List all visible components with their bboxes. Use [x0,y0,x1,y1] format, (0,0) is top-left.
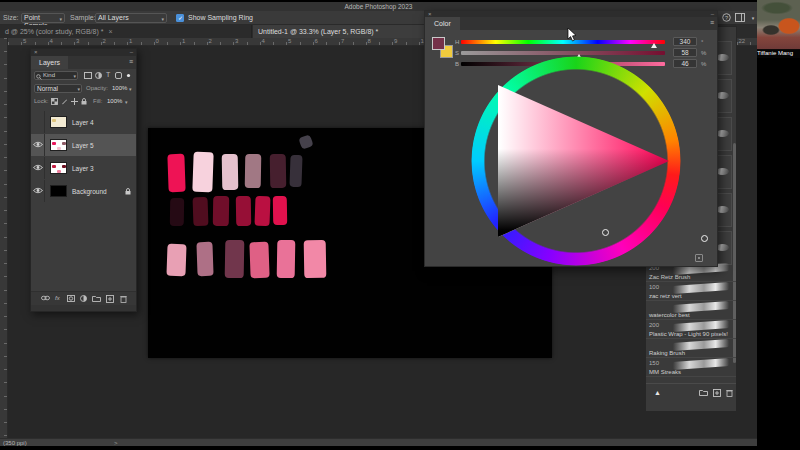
lock-transparent-icon[interactable] [51,98,58,105]
paint-swatch [213,196,230,226]
panel-menu-icon[interactable]: ≡ [710,19,714,26]
layer-row[interactable]: Background [31,180,136,202]
sample-dropdown[interactable]: All Layers ▾ [95,13,167,23]
color-wheel[interactable] [471,56,681,266]
layer-visibility-toggle[interactable] [31,157,45,179]
layer-thumbnail[interactable] [50,139,67,151]
close-icon[interactable]: × [108,28,112,35]
filter-shape-icon[interactable] [115,72,122,79]
brush-size: 100 [649,284,659,290]
layer-name: Layer 3 [72,165,94,172]
saturation-slider[interactable] [461,51,665,55]
ruler-number: 8 [368,38,371,44]
ring-picker-dot[interactable] [701,235,708,242]
layers-panel-titlebar: × – [31,49,136,56]
layer-thumbnail[interactable] [50,162,67,174]
layer-mask-icon[interactable] [67,295,75,303]
trash-icon[interactable] [120,295,127,304]
brush-item[interactable]: Raking Brush [646,339,736,358]
brush-item[interactable]: 200Plastic Wrap - Light 90 pixels! [646,320,736,339]
ruler-number: 7 [341,38,344,44]
layer-thumbnail[interactable] [50,185,67,197]
adjustment-layer-icon[interactable] [80,295,87,303]
foreground-color-swatch[interactable] [432,37,445,50]
letterbox-bottom [0,446,800,450]
layer-row[interactable]: Layer 3 [31,157,136,179]
brush-item[interactable]: 150MM Streaks [646,358,736,377]
paint-swatch [170,198,184,226]
filter-type-icon[interactable]: T [106,71,110,78]
opacity-value[interactable]: 100% [112,85,127,91]
svg-text:?: ? [724,15,727,21]
hue-slider-thumb[interactable] [651,43,657,48]
brush-preview-icon[interactable]: ▲ [654,389,661,396]
layer-name: Layer 4 [72,119,94,126]
ruler-number: 2 [209,38,212,44]
new-group-icon[interactable] [92,295,101,303]
triangle-picker-dot[interactable] [602,229,609,236]
brush-name: zac retz vert [649,293,682,299]
link-layers-icon[interactable] [41,295,50,302]
fill-value[interactable]: 100% [107,98,122,104]
paint-swatch [192,152,213,193]
layer-row[interactable]: Layer 4 [31,111,136,133]
color-panel: × – Color ≡ H 340 ° S 58 [424,10,718,267]
paint-swatch [289,155,302,187]
brush-size: 150 [649,360,659,366]
filter-smart-icon[interactable] [125,72,132,79]
paint-swatch [196,242,213,277]
show-sampling-ring-checkbox[interactable] [176,14,184,22]
layer-visibility-toggle[interactable] [31,180,45,202]
new-brush-icon[interactable] [713,389,721,399]
chevron-down-icon: ▾ [59,15,62,23]
help-icon[interactable]: ? [721,13,731,23]
hue-slider[interactable] [461,40,665,44]
layer-name: Layer 5 [72,142,94,149]
filter-pixel-icon[interactable] [84,72,92,79]
blend-mode-dropdown[interactable]: Normal ▾ [34,84,82,93]
trash-icon[interactable] [726,389,733,399]
brush-name: watercolor best [649,312,690,318]
webcam-caption: Tiffanie Mang [757,49,800,58]
lock-position-icon[interactable] [71,98,78,105]
brush-footer: ▲ [646,383,736,403]
workspace-icon[interactable] [735,13,745,23]
size-label: Size: [3,14,19,21]
lock-all-icon[interactable] [81,98,87,105]
collapse-icon[interactable]: – [130,49,133,56]
layer-thumbnail[interactable] [50,116,67,128]
photoshop-window: Adobe Photoshop 2023 Size: Point Sample … [0,2,757,446]
panel-resize-strip[interactable] [31,305,136,311]
tab-color[interactable]: Color [425,17,460,30]
paint-swatch [222,154,239,190]
layer-filter-dropdown[interactable]: Kind ▾ [34,71,78,80]
layer-row[interactable]: Layer 5 [31,134,136,156]
layers-tabstrip: Layers ≡ [31,56,136,69]
lock-label: Lock: [34,98,48,104]
lock-pixels-icon[interactable] [61,98,68,105]
layer-visibility-toggle[interactable] [31,111,45,133]
brush-item[interactable]: 100zac retz vert [646,282,736,301]
fill-label: Fill: [93,98,102,104]
ruler-number: 2 [103,38,106,44]
tab-layers[interactable]: Layers [31,56,68,69]
hue-value[interactable]: 340 [673,37,697,46]
slider-options-icon[interactable] [695,254,703,262]
chevron-down-icon: ▾ [161,15,164,23]
new-layer-icon[interactable] [106,295,114,304]
close-icon[interactable]: × [34,49,38,56]
brush-name: MM Streaks [649,369,681,375]
size-dropdown[interactable]: Point Sample ▾ [21,13,65,23]
ruler-number: 5 [23,38,26,44]
opacity-label: Opacity: [86,85,108,91]
folder-icon[interactable] [699,389,708,398]
layers-lock-row: Lock: Fill: 100% ▾ [31,95,136,108]
layer-visibility-toggle[interactable] [31,134,45,156]
hue-slider-row: H 340 ° [461,38,709,48]
document-tab-inactive[interactable]: d @ 25% (color study, RGB/8) *× [0,25,252,38]
brush-item[interactable]: watercolor best [646,301,736,320]
panel-menu-icon[interactable]: ≡ [129,58,133,65]
layer-effects-icon[interactable]: fx [55,295,60,301]
filter-adjustment-icon[interactable] [95,72,102,79]
stage: Adobe Photoshop 2023 Size: Point Sample … [0,0,800,450]
